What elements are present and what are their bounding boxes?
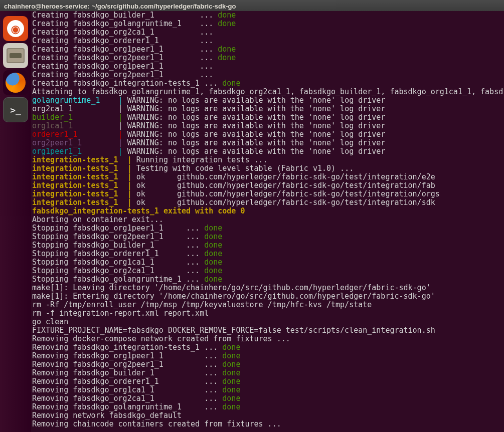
terminal-line: Stopping fabsdkgo_orderer1_1 ... xyxy=(32,249,204,258)
terminal-line: done xyxy=(204,249,222,258)
terminal-line: Testing with code level stable (Fabric v… xyxy=(132,164,354,173)
terminal-line: Creating fabsdkgo_org2ca1_1 ... xyxy=(32,28,218,37)
unity-launcher xyxy=(0,11,31,432)
terminal-line: | xyxy=(118,138,123,147)
terminal-line: org1ca1_1 xyxy=(32,121,118,130)
terminal-line: Removing fabsdkgo_org1ca1_1 ... xyxy=(32,385,222,394)
terminal-line: done xyxy=(222,360,240,369)
terminal-line: Removing chaincode containers created fr… xyxy=(32,419,281,428)
terminal-line: Stopping fabsdkgo_golangruntime_1 ... xyxy=(32,275,204,284)
terminal-line: ok github.com/hyperledger/fabric-sdk-go/… xyxy=(132,198,504,207)
terminal-line: org1peer1_1 xyxy=(32,147,118,156)
terminal-line: Attaching to fabsdkgo_golangruntime_1, f… xyxy=(32,87,504,96)
terminal-line: done xyxy=(218,45,236,54)
terminal-line: done xyxy=(218,19,236,28)
dash-icon[interactable] xyxy=(3,16,28,41)
terminal-line: WARNING: no logs are available with the … xyxy=(123,147,386,156)
terminal-line: done xyxy=(222,402,240,411)
terminal-line: | xyxy=(118,147,123,156)
terminal-line: done xyxy=(204,224,222,233)
terminal-line: Stopping fabsdkgo_builder_1 ... xyxy=(32,241,204,250)
terminal-line: make[1]: Entering directory '/home/chain… xyxy=(32,292,435,301)
terminal-line: Removing fabsdkgo_orderer1_1 ... xyxy=(32,377,222,386)
terminal-line: org2ca1_1 xyxy=(32,104,118,113)
terminal-line: Stopping fabsdkgo_org2peer1_1 ... xyxy=(32,232,204,241)
terminal-line: Removing fabsdkgo_org2ca1_1 ... xyxy=(32,394,222,403)
terminal-line: done xyxy=(222,385,240,394)
terminal-line: FIXTURE_PROJECT_NAME=fabsdkgo DOCKER_REM… xyxy=(32,326,435,335)
terminal-line: WARNING: no logs are available with the … xyxy=(123,113,386,122)
terminal-icon[interactable] xyxy=(3,97,28,122)
terminal-line: Stopping fabsdkgo_org2ca1_1 ... xyxy=(32,266,204,275)
terminal-line: Stopping fabsdkgo_org1ca1_1 ... xyxy=(32,258,204,267)
terminal-line: go clean xyxy=(32,317,68,326)
terminal-line: done xyxy=(204,275,222,284)
terminal-line: integration-tests_1 | xyxy=(32,189,132,198)
terminal-line: Creating fabsdkgo_integration-tests_1 ..… xyxy=(32,79,222,88)
terminal-line: done xyxy=(204,258,222,267)
terminal-line: | xyxy=(118,113,123,122)
terminal-line: | xyxy=(118,104,123,113)
terminal-line: ok github.com/hyperledger/fabric-sdk-go/… xyxy=(132,181,504,190)
terminal-line: Removing fabsdkgo_golangruntime_1 ... xyxy=(32,402,222,411)
terminal-line: done xyxy=(222,394,240,403)
terminal-line: done xyxy=(204,241,222,250)
terminal-line: ok github.com/hyperledger/fabric-sdk-go/… xyxy=(132,189,504,198)
terminal-line: done xyxy=(222,377,240,386)
terminal-line: | xyxy=(118,130,123,139)
terminal-line: Removing fabsdkgo_org1peer1_1 ... xyxy=(32,351,222,360)
terminal-line: golangruntime_1 xyxy=(32,96,118,105)
terminal-line: integration-tests_1 | xyxy=(32,181,132,190)
terminal-line: Creating fabsdkgo_builder_1 ... xyxy=(32,11,218,20)
terminal-line: builder_1 xyxy=(32,113,118,122)
terminal-line: rm -f integration-report.xml report.xml xyxy=(32,309,209,318)
terminal-line: integration-tests_1 | xyxy=(32,164,132,173)
window-title: chainhero@heroes-service: ~/go/src/githu… xyxy=(4,3,236,10)
terminal-line: Running integration tests ... xyxy=(132,155,268,164)
terminal-line: Stopping fabsdkgo_org1peer1_1 ... xyxy=(32,224,204,233)
terminal-line: done xyxy=(218,11,236,20)
terminal-line: WARNING: no logs are available with the … xyxy=(123,96,386,105)
terminal-line: done xyxy=(204,266,222,275)
terminal-line: done xyxy=(222,79,240,88)
terminal-line: rm -Rf /tmp/enroll_user /tmp/msp /tmp/ke… xyxy=(32,300,372,309)
terminal-line: integration-tests_1 | xyxy=(32,155,132,164)
files-icon[interactable] xyxy=(3,43,28,68)
terminal-line: WARNING: no logs are available with the … xyxy=(123,138,386,147)
terminal-output[interactable]: Creating fabsdkgo_builder_1 ... done Cre… xyxy=(31,11,504,432)
window-titlebar[interactable]: chainhero@heroes-service: ~/go/src/githu… xyxy=(0,0,504,11)
terminal-line: done xyxy=(222,351,240,360)
terminal-line: Creating fabsdkgo_org2peer1_1 ... xyxy=(32,53,218,62)
firefox-icon[interactable] xyxy=(3,70,28,95)
terminal-line: Removing network fabsdkgo_default xyxy=(32,411,182,420)
terminal-line: Creating fabsdkgo_orderer1_1 ... xyxy=(32,36,218,45)
terminal-line: done xyxy=(204,232,222,241)
terminal-line: Removing fabsdkgo_org2peer1_1 ... xyxy=(32,360,222,369)
terminal-line: make[1]: Leaving directory '/home/chainh… xyxy=(32,283,431,292)
terminal-line: Creating fabsdkgo_org2peer1_1 ... xyxy=(32,70,218,79)
terminal-line: Creating fabsdkgo_org1peer1_1 ... xyxy=(32,45,218,54)
terminal-line: Removing fabsdkgo_builder_1 ... xyxy=(32,368,222,377)
terminal-line: done xyxy=(222,343,240,352)
terminal-line: | xyxy=(118,121,123,130)
terminal-line: ok github.com/hyperledger/fabric-sdk-go/… xyxy=(132,172,504,181)
terminal-line: Creating fabsdkgo_org1peer1_1 ... xyxy=(32,62,218,71)
terminal-line: Removing docker-compose network created … xyxy=(32,334,290,343)
terminal-line: integration-tests_1 | xyxy=(32,172,132,181)
terminal-line: integration-tests_1 | xyxy=(32,198,132,207)
terminal-line: fabsdkgo_integration-tests_1 exited with… xyxy=(32,206,245,215)
terminal-line: orderer1_1 xyxy=(32,130,118,139)
terminal-line: WARNING: no logs are available with the … xyxy=(123,104,386,113)
terminal-line: done xyxy=(222,368,240,377)
terminal-line: Aborting on container exit... xyxy=(32,215,163,224)
terminal-line: WARNING: no logs are available with the … xyxy=(123,121,386,130)
terminal-line: | xyxy=(118,96,123,105)
terminal-line: done xyxy=(218,53,236,62)
terminal-line: org2peer1_1 xyxy=(32,138,118,147)
terminal-line: Creating fabsdkgo_golangruntime_1 ... xyxy=(32,19,218,28)
terminal-line: Removing fabsdkgo_integration-tests_1 ..… xyxy=(32,343,222,352)
terminal-line: WARNING: no logs are available with the … xyxy=(123,130,386,139)
